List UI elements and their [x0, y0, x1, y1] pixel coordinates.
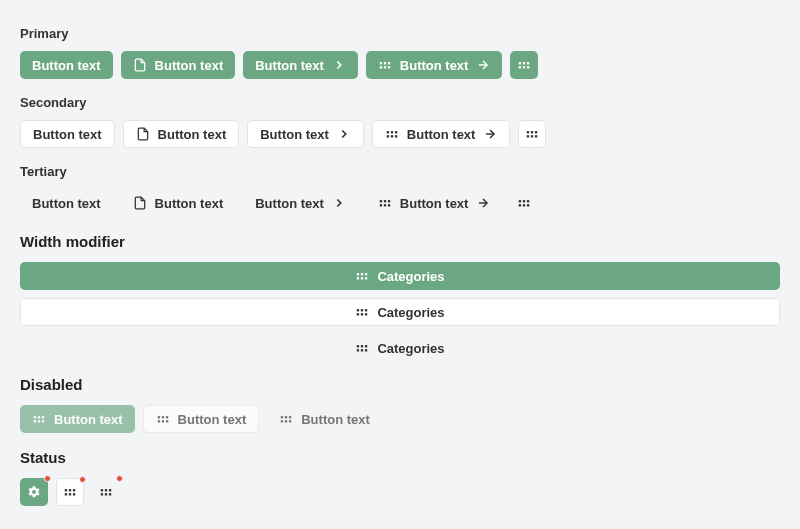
svg-rect-15	[395, 131, 397, 133]
arrow-right-icon	[476, 58, 490, 72]
tertiary-button-text[interactable]: Button text	[20, 189, 113, 217]
svg-rect-0	[380, 62, 382, 64]
tertiary-button-grid-arrow[interactable]: Button text	[366, 189, 503, 217]
svg-rect-53	[365, 345, 367, 347]
svg-rect-29	[380, 204, 382, 206]
width-button-col: Categories Categories Categories	[20, 262, 780, 362]
status-badge	[116, 475, 123, 482]
svg-rect-64	[161, 416, 163, 418]
width-button-tertiary[interactable]: Categories	[20, 334, 780, 362]
svg-rect-39	[357, 273, 359, 275]
svg-rect-25	[535, 135, 537, 137]
svg-rect-52	[361, 345, 363, 347]
svg-rect-16	[387, 135, 389, 137]
tertiary-button-icon-only[interactable]	[510, 189, 538, 217]
svg-rect-63	[157, 416, 159, 418]
svg-rect-67	[161, 420, 163, 422]
svg-rect-68	[166, 420, 168, 422]
status-button-secondary[interactable]	[56, 478, 84, 506]
secondary-button-chevron-right[interactable]: Button text	[247, 120, 364, 148]
svg-rect-37	[523, 204, 525, 206]
width-button-primary[interactable]: Categories	[20, 262, 780, 290]
svg-rect-3	[380, 66, 382, 68]
grid-icon	[279, 412, 293, 426]
svg-rect-85	[105, 493, 107, 495]
status-button-primary[interactable]	[20, 478, 48, 506]
secondary-button-icon-only[interactable]	[518, 120, 546, 148]
svg-rect-69	[281, 416, 283, 418]
button-label: Categories	[377, 341, 444, 356]
svg-rect-2	[388, 62, 390, 64]
secondary-button-row: Button text Button text Button text Butt…	[20, 120, 780, 148]
svg-rect-81	[101, 489, 103, 491]
svg-rect-72	[281, 420, 283, 422]
svg-rect-73	[285, 420, 287, 422]
svg-rect-60	[34, 420, 36, 422]
svg-rect-66	[157, 420, 159, 422]
arrow-right-icon	[483, 127, 497, 141]
grid-icon	[525, 127, 539, 141]
grid-icon	[355, 341, 369, 355]
svg-rect-45	[357, 309, 359, 311]
status-button-tertiary[interactable]	[92, 478, 120, 506]
svg-rect-8	[523, 62, 525, 64]
grid-icon	[378, 196, 392, 210]
svg-rect-14	[391, 131, 393, 133]
svg-rect-34	[523, 200, 525, 202]
svg-rect-82	[105, 489, 107, 491]
button-label: Button text	[155, 196, 224, 211]
svg-rect-24	[531, 135, 533, 137]
svg-rect-30	[384, 204, 386, 206]
svg-rect-47	[365, 309, 367, 311]
button-label: Button text	[301, 412, 370, 427]
svg-rect-7	[519, 62, 521, 64]
svg-rect-86	[109, 493, 111, 495]
button-label: Categories	[377, 269, 444, 284]
secondary-button-grid-arrow[interactable]: Button text	[372, 120, 511, 148]
file-icon	[133, 58, 147, 72]
primary-button-grid-arrow[interactable]: Button text	[366, 51, 503, 79]
primary-button-chevron-right[interactable]: Button text	[243, 51, 358, 79]
arrow-right-icon	[476, 196, 490, 210]
button-label: Button text	[400, 58, 469, 73]
primary-button-icon-left[interactable]: Button text	[121, 51, 236, 79]
svg-rect-59	[42, 416, 44, 418]
primary-button-text[interactable]: Button text	[20, 51, 113, 79]
primary-button-row: Button text Button text Button text Butt…	[20, 51, 780, 79]
grid-icon	[156, 412, 170, 426]
svg-rect-50	[365, 313, 367, 315]
svg-rect-48	[357, 313, 359, 315]
svg-rect-51	[357, 345, 359, 347]
grid-icon	[63, 485, 77, 499]
grid-icon	[517, 58, 531, 72]
svg-rect-71	[289, 416, 291, 418]
grid-icon	[378, 58, 392, 72]
section-heading-status: Status	[20, 449, 780, 466]
tertiary-button-icon-left[interactable]: Button text	[121, 189, 236, 217]
svg-rect-83	[109, 489, 111, 491]
secondary-button-icon-left[interactable]: Button text	[123, 120, 240, 148]
button-label: Button text	[255, 58, 324, 73]
tertiary-button-row: Button text Button text Button text Butt…	[20, 189, 780, 217]
primary-button-icon-only[interactable]	[510, 51, 538, 79]
svg-rect-43	[361, 277, 363, 279]
svg-rect-62	[42, 420, 44, 422]
tertiary-button-chevron-right[interactable]: Button text	[243, 189, 358, 217]
svg-rect-61	[38, 420, 40, 422]
svg-rect-21	[531, 131, 533, 133]
file-icon	[133, 196, 147, 210]
svg-rect-84	[101, 493, 103, 495]
svg-rect-57	[34, 416, 36, 418]
width-button-secondary[interactable]: Categories	[20, 298, 780, 326]
svg-rect-28	[388, 200, 390, 202]
svg-rect-41	[365, 273, 367, 275]
svg-rect-70	[285, 416, 287, 418]
button-label: Button text	[407, 127, 476, 142]
button-label: Button text	[158, 127, 227, 142]
secondary-button-text[interactable]: Button text	[20, 120, 115, 148]
svg-rect-9	[527, 62, 529, 64]
svg-rect-74	[289, 420, 291, 422]
svg-rect-79	[69, 493, 71, 495]
button-label: Button text	[400, 196, 469, 211]
svg-rect-20	[527, 131, 529, 133]
